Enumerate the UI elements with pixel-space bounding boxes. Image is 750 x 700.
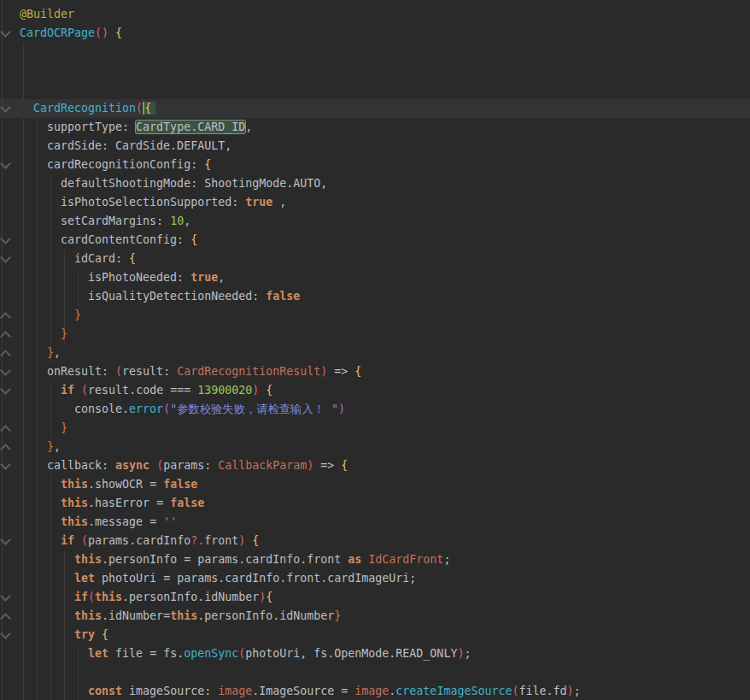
code-token: (	[156, 459, 163, 472]
code-line[interactable]: cardSide: CardSide.DEFAULT,	[0, 137, 750, 156]
code-token: ;	[443, 553, 450, 566]
code-line[interactable]: }	[0, 306, 750, 325]
code-token: true	[190, 271, 218, 284]
code-token: ?.	[190, 534, 204, 547]
code-token: )	[338, 403, 345, 415]
code-token: {	[266, 384, 272, 397]
selected-symbol: CardType.CARD_ID	[136, 121, 245, 133]
code-token: ,	[54, 346, 61, 359]
code-line[interactable]: }	[0, 419, 750, 438]
code-token: this	[61, 497, 88, 509]
code-token: image	[354, 685, 389, 697]
code-token: const	[88, 685, 122, 697]
code-line[interactable]: isPhotoNeeded: true,	[0, 268, 750, 287]
code-token: .personInfo = params.cardInfo.front	[102, 553, 348, 566]
code-token	[149, 459, 156, 472]
code-editor: @BuilderCardOCRPage() { CardRecognition(…	[0, 0, 750, 700]
code-token: if	[61, 534, 74, 547]
code-token: try	[74, 628, 95, 641]
code-line[interactable]: if (params.cardInfo?.front) {	[0, 532, 750, 550]
code-token	[20, 685, 88, 697]
code-token: {	[266, 591, 272, 603]
code-line[interactable]: idCard: {	[0, 250, 750, 268]
code-line[interactable]: this.personInfo = params.cardInfo.front …	[0, 550, 750, 569]
code-token: .personInfo.idNumber	[197, 609, 334, 622]
code-token	[108, 26, 115, 39]
code-line[interactable]	[0, 80, 750, 99]
code-token: {	[102, 628, 108, 641]
code-line[interactable]: callback: async (params: CallbackParam) …	[0, 456, 750, 475]
code-token: defaultShootingMode: ShootingMode.AUTO,	[20, 177, 327, 190]
code-token: file.fd	[519, 685, 566, 697]
code-token: ''	[163, 515, 177, 528]
code-token: )	[102, 26, 108, 39]
code-line[interactable]: const imageSource: image.ImageSource = i…	[0, 682, 750, 700]
code-line[interactable]: }	[0, 325, 750, 344]
code-token: console.	[20, 403, 129, 415]
code-token: =>	[327, 365, 354, 378]
code-line[interactable]: @Builder	[0, 5, 750, 24]
code-token: {	[129, 252, 136, 265]
code-token: photoUri = params.cardInfo.front.cardIma…	[95, 572, 416, 585]
code-token: error	[129, 403, 163, 415]
code-line[interactable]: cardRecognitionConfig: {	[0, 156, 750, 174]
code-area[interactable]: @BuilderCardOCRPage() { CardRecognition(…	[0, 5, 750, 700]
code-token: {	[190, 233, 197, 246]
code-token: let	[74, 572, 95, 585]
code-line[interactable]: console.error("参数校验失败，请检查输入！ ")	[0, 400, 750, 419]
code-token	[20, 346, 47, 359]
code-token: image	[218, 685, 252, 697]
code-token: (	[136, 102, 143, 115]
code-token: this	[95, 591, 122, 603]
code-token: 13900020	[197, 384, 252, 397]
code-line[interactable]: setCardMargins: 10,	[0, 212, 750, 231]
code-line[interactable]: let photoUri = params.cardInfo.front.car…	[0, 569, 750, 588]
code-token: onResult:	[20, 365, 115, 378]
code-line[interactable]: if(this.personInfo.idNumber){	[0, 588, 750, 607]
code-line[interactable]: CardOCRPage() {	[0, 24, 750, 43]
code-line[interactable]: try {	[0, 626, 750, 644]
code-token: supportType:	[20, 121, 136, 133]
code-token: )	[567, 685, 574, 697]
code-line[interactable]: },	[0, 344, 750, 362]
code-token: =>	[313, 459, 341, 472]
code-token: .idNumber=	[102, 609, 170, 622]
code-token: {	[341, 459, 348, 472]
code-line[interactable]: },	[0, 438, 750, 456]
code-line[interactable]: this.message = ''	[0, 513, 750, 532]
code-token: }	[61, 421, 67, 434]
code-line[interactable]	[0, 62, 750, 80]
code-line[interactable]: this.idNumber=this.personInfo.idNumber}	[0, 607, 750, 626]
code-line[interactable]: this.hasError = false	[0, 494, 750, 513]
code-token: cardSide: CardSide.DEFAULT,	[20, 139, 231, 152]
code-line[interactable]	[0, 43, 750, 62]
code-token: params.cardInfo	[88, 534, 190, 547]
code-token: if	[61, 384, 74, 397]
code-line[interactable]: isQualityDetectionNeeded: false	[0, 287, 750, 306]
code-token: as	[348, 553, 361, 566]
code-token: CardOCRPage	[20, 26, 95, 39]
code-token: async	[115, 459, 149, 472]
code-token: this	[61, 478, 88, 491]
code-line[interactable]: let file = fs.openSync(photoUri, fs.Open…	[0, 644, 750, 663]
code-line[interactable]: supportType: CardType.CARD_ID,	[0, 118, 750, 137]
code-line[interactable]: onResult: (result: CardRecognitionResult…	[0, 362, 750, 381]
code-token: result.code ===	[88, 384, 197, 397]
code-line[interactable]: defaultShootingMode: ShootingMode.AUTO,	[0, 174, 750, 193]
code-token: CardRecognition	[33, 102, 136, 115]
code-line[interactable]	[0, 663, 750, 682]
code-token: {	[354, 365, 361, 378]
code-token: (	[81, 534, 88, 547]
code-line[interactable]: isPhotoSelectionSupported: true ,	[0, 193, 750, 212]
code-token: {	[115, 26, 122, 39]
code-line[interactable]: cardContentConfig: {	[0, 231, 750, 250]
code-token: (	[115, 365, 122, 378]
code-token: setCardMargins:	[20, 215, 170, 227]
code-token: CallbackParam	[218, 459, 307, 472]
code-token: isPhotoNeeded:	[20, 271, 190, 284]
code-token: }	[47, 346, 54, 359]
code-line-current[interactable]: CardRecognition({	[0, 99, 750, 118]
code-token: ;	[574, 685, 581, 697]
code-line[interactable]: this.showOCR = false	[0, 475, 750, 494]
code-line[interactable]: if (result.code === 13900020) {	[0, 381, 750, 400]
